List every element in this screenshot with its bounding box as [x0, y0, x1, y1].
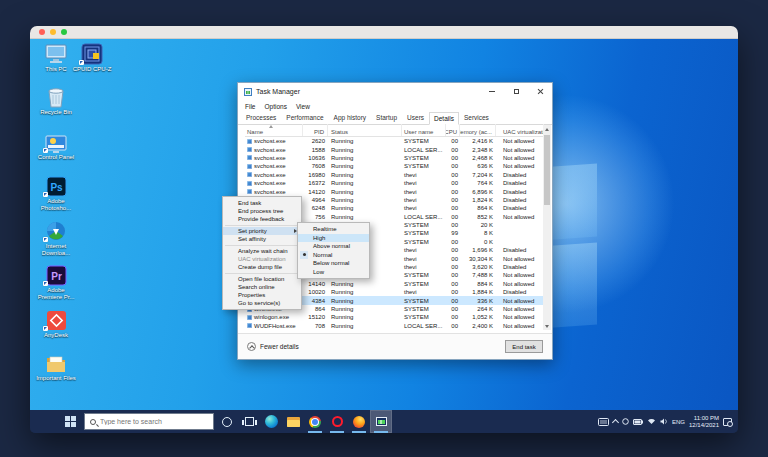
task-manager-titlebar[interactable]: Task Manager [238, 83, 552, 100]
fewer-details-toggle[interactable]: Fewer details [247, 342, 299, 351]
desktop-icon-premiere[interactable]: Pr Adobe Premiere Pr... [35, 263, 77, 301]
cell-cpu: 00 [446, 296, 460, 304]
menu-item-set-priority[interactable]: Set priority [223, 227, 301, 235]
cell-uac: Disabled [496, 196, 544, 204]
table-row[interactable]: WUDFHost.exe708RunningLOCAL SER...002,40… [245, 322, 544, 330]
column-header-memory-ac[interactable]: Memory (ac... [460, 124, 496, 136]
network-icon[interactable] [647, 418, 656, 425]
menu-item-set-affinity[interactable]: Set affinity [223, 235, 301, 243]
desktop-icon-anydesk[interactable]: AnyDesk [35, 308, 77, 339]
table-scrollbar[interactable] [543, 125, 551, 330]
menu-item-search-online[interactable]: Search online [223, 283, 301, 291]
cell-mem: 636 K [460, 162, 496, 170]
desktop-icon-control-panel[interactable]: Control Panel [35, 130, 77, 161]
scrollbar-down-icon[interactable] [543, 322, 551, 330]
language-indicator[interactable]: ENG [672, 419, 685, 425]
column-header-uac-virtualizati[interactable]: UAC virtualizati... [496, 124, 544, 136]
tab-performance[interactable]: Performance [281, 111, 328, 124]
volume-icon[interactable] [660, 418, 668, 425]
task-view-button[interactable] [238, 410, 260, 433]
tab-app-history[interactable]: App history [329, 111, 372, 124]
cell-user: SYSTEM [402, 313, 446, 321]
mac-titlebar[interactable] [30, 26, 738, 39]
cell-status: Running [328, 162, 402, 170]
column-header-pid[interactable]: PID [303, 124, 328, 136]
tray-overflow-chevron-icon[interactable] [612, 419, 619, 426]
tab-processes[interactable]: Processes [241, 111, 281, 124]
menu-item-properties[interactable]: Properties [223, 291, 301, 299]
desktop-icon-photoshop[interactable]: Ps Adobe Photosho... [35, 174, 77, 212]
cell-uac: Not allowed [496, 162, 544, 170]
touch-keyboard-icon[interactable] [598, 418, 609, 426]
menu-item-analyze-wait-chain[interactable]: Analyze wait chain [223, 247, 301, 255]
desktop-icon-cpuz[interactable]: CPUID CPU-Z [71, 42, 113, 73]
start-button[interactable] [65, 416, 76, 427]
task-manager-taskbar-button[interactable] [370, 410, 392, 433]
cell-mem: 864 K [460, 204, 496, 212]
column-header-name[interactable]: Name [245, 124, 303, 136]
menu-item-end-process-tree[interactable]: End process tree [223, 207, 301, 215]
chrome-button[interactable] [304, 410, 326, 433]
edge-button[interactable] [260, 410, 282, 433]
windows-desktop[interactable]: This PC CPUID CPU-Z Recycle Bin [30, 39, 738, 410]
mac-zoom-button[interactable] [61, 29, 67, 35]
scrollbar-up-icon[interactable] [543, 125, 551, 133]
maximize-icon [514, 89, 519, 94]
firefox-button[interactable] [348, 410, 370, 433]
mac-close-button[interactable] [39, 29, 45, 35]
action-center-icon[interactable] [723, 418, 732, 426]
shortcut-arrow-icon [79, 60, 84, 65]
end-task-button[interactable]: End task [505, 340, 543, 353]
column-header-status[interactable]: Status [328, 124, 402, 136]
table-row[interactable]: winlogon.exe15120RunningSYSTEM001,052 KN… [245, 313, 544, 321]
desktop-icon-recycle-bin[interactable]: Recycle Bin [35, 85, 77, 116]
column-header-user-name[interactable]: User name [402, 124, 446, 136]
minimize-button[interactable] [480, 83, 504, 100]
table-row[interactable]: svchost.exe14120Runningthevi006,896 KDis… [245, 187, 544, 195]
tray-status-circle-icon[interactable] [622, 418, 629, 425]
priority-option-normal[interactable]: Normal [298, 251, 369, 260]
cell-mem: 2,416 K [460, 137, 496, 145]
cell-uac: Disabled [496, 171, 544, 179]
priority-option-above-normal[interactable]: Above normal [298, 242, 369, 251]
tab-startup[interactable]: Startup [371, 111, 402, 124]
taskbar-search[interactable] [84, 413, 214, 430]
table-row[interactable]: svchost.exe7608RunningSYSTEM00636 KNot a… [245, 162, 544, 170]
clock[interactable]: 11:00 PM 12/14/2021 [689, 415, 719, 429]
cell-cpu: 00 [446, 305, 460, 313]
desktop-icon-idm[interactable]: Internet Downloa... [35, 219, 77, 257]
table-row[interactable]: svchost.exe16372Runningthevi00764 KDisab… [245, 179, 544, 187]
column-header-cpu[interactable]: CPU [446, 124, 460, 136]
search-input[interactable] [100, 418, 200, 425]
tab-users[interactable]: Users [402, 111, 429, 124]
mac-minimize-button[interactable] [50, 29, 56, 35]
priority-option-realtime[interactable]: Realtime [298, 225, 369, 234]
tab-services[interactable]: Services [459, 111, 494, 124]
battery-icon[interactable] [633, 419, 643, 425]
menu-options[interactable]: Options [264, 103, 286, 110]
priority-option-low[interactable]: Low [298, 268, 369, 277]
menu-view[interactable]: View [296, 103, 310, 110]
table-row[interactable]: svchost.exe2620RunningSYSTEM002,416 KNot… [245, 137, 544, 145]
menu-item-open-file-location[interactable]: Open file location [223, 275, 301, 283]
menu-item-end-task[interactable]: End task [223, 199, 301, 207]
menu-file[interactable]: File [245, 103, 255, 110]
file-explorer-button[interactable] [282, 410, 304, 433]
cell-cpu: 00 [446, 263, 460, 271]
cell-user: SYSTEM [402, 162, 446, 170]
menu-item-create-dump-file[interactable]: Create dump file [223, 263, 301, 271]
menu-item-uac-virtualization: UAC virtualization [223, 255, 301, 263]
cortana-button[interactable] [216, 410, 238, 433]
priority-option-high[interactable]: High [298, 234, 369, 243]
desktop-icon-important-files[interactable]: Important Files [35, 351, 77, 382]
priority-option-below-normal[interactable]: Below normal [298, 259, 369, 268]
close-button[interactable] [528, 83, 552, 100]
table-row[interactable]: svchost.exe10636RunningSYSTEM002,468 KNo… [245, 154, 544, 162]
scrollbar-thumb[interactable] [544, 135, 550, 205]
menu-item-go-to-service-s[interactable]: Go to service(s) [223, 299, 301, 307]
maximize-button[interactable] [504, 83, 528, 100]
table-row[interactable]: svchost.exe1588RunningLOCAL SER...002,34… [245, 145, 544, 153]
opera-button[interactable] [326, 410, 348, 433]
table-row[interactable]: svchost.exe16980Runningthevi007,204 KDis… [245, 171, 544, 179]
menu-item-provide-feedback[interactable]: Provide feedback [223, 215, 301, 223]
